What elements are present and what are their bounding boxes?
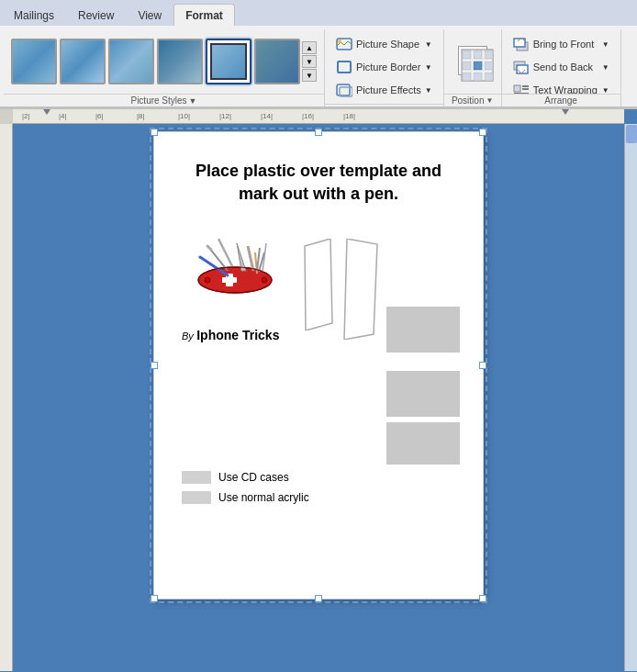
- vertical-ruler: [0, 124, 13, 671]
- ribbon: Mailings Review View Format: [0, 0, 637, 109]
- placeholder-box-large: [386, 307, 460, 353]
- swiss-knife-illustration: [182, 220, 292, 321]
- handle-mid-right[interactable]: [479, 362, 486, 369]
- position-label[interactable]: Position ▼: [444, 94, 501, 106]
- brand-text: By Iphone Tricks: [182, 328, 292, 342]
- plastic-shape-1: [303, 239, 335, 330]
- vertical-scrollbar[interactable]: [624, 124, 637, 671]
- handle-top-left[interactable]: [151, 129, 158, 136]
- thumbnail-5[interactable]: [206, 39, 251, 84]
- svg-rect-10: [463, 50, 471, 59]
- main-doc-area: Place plastic over template and mark out…: [13, 124, 624, 671]
- thumbnail-3[interactable]: [108, 39, 154, 84]
- svg-line-35: [207, 246, 211, 250]
- svg-rect-13: [463, 62, 471, 70]
- plastic-shape-2: [342, 239, 379, 340]
- svg-rect-11: [474, 50, 482, 59]
- picture-styles-label[interactable]: Picture Styles ▼: [4, 94, 324, 106]
- svg-marker-45: [344, 239, 377, 340]
- handle-top-mid[interactable]: [315, 129, 322, 136]
- ruler-indent-marker-right: [562, 109, 569, 115]
- tab-format[interactable]: Format: [173, 4, 235, 26]
- svg-rect-27: [514, 85, 520, 92]
- send-to-back-arrow: ▼: [602, 63, 609, 72]
- arrange-group: Bring to Front ▼ Send to Back ▼: [502, 29, 621, 106]
- document-area: |2| |4| |6| |8| |10| |12| |14| |16| |18|: [0, 109, 637, 671]
- picture-shape-icon: [336, 36, 352, 52]
- svg-line-37: [248, 246, 253, 271]
- picture-border-dropdown-arrow: ▼: [425, 63, 432, 72]
- document-page: Place plastic over template and mark out…: [153, 131, 484, 599]
- swiss-knife-section: By Iphone Tricks: [182, 220, 292, 342]
- handle-mid-left[interactable]: [151, 362, 158, 369]
- tab-mailings[interactable]: Mailings: [2, 4, 66, 26]
- svg-marker-44: [305, 239, 332, 330]
- picture-options-label: [325, 104, 443, 106]
- tab-review[interactable]: Review: [66, 4, 126, 26]
- svg-point-43: [262, 277, 267, 283]
- checkbox-row-1: Use CD cases: [182, 471, 455, 484]
- ruler-corner: [0, 109, 13, 124]
- thumbnail-2[interactable]: [60, 39, 106, 84]
- picture-effects-dropdown-arrow: ▼: [425, 86, 432, 95]
- send-to-back-btn[interactable]: Send to Back ▼: [509, 56, 613, 78]
- doc-container: |2| |4| |6| |8| |10| |12| |14| |16| |18|: [0, 109, 637, 671]
- right-placeholders: [386, 371, 460, 465]
- thumbnails-scroll: ▲ ▼ ▼: [302, 41, 317, 82]
- tab-view[interactable]: View: [126, 4, 173, 26]
- position-btn[interactable]: [450, 36, 496, 86]
- horizontal-ruler: |2| |4| |6| |8| |10| |12| |14| |16| |18|: [13, 109, 624, 124]
- ribbon-content: ▲ ▼ ▼ Picture Styles ▼: [0, 26, 637, 108]
- placeholder-box-2: [386, 371, 460, 417]
- handle-bottom-left[interactable]: [151, 595, 158, 602]
- picture-effects-icon: [336, 82, 352, 98]
- scrollbar-thumb[interactable]: [626, 125, 637, 143]
- ruler-indent-marker-left: [43, 109, 50, 115]
- horizontal-ruler-wrap: |2| |4| |6| |8| |10| |12| |14| |16| |18|: [13, 109, 624, 124]
- position-group: Position ▼: [444, 29, 502, 106]
- bring-to-front-arrow: ▼: [602, 40, 609, 49]
- picture-shape-btn[interactable]: Picture Shape ▼: [332, 33, 436, 55]
- svg-rect-3: [337, 84, 350, 95]
- position-icon: [458, 46, 487, 75]
- checkbox-row-2: Use normal acrylic: [182, 491, 455, 504]
- thumbnail-6[interactable]: [254, 39, 300, 84]
- svg-rect-17: [474, 73, 482, 81]
- svg-rect-33: [222, 277, 237, 283]
- svg-point-42: [205, 277, 210, 283]
- picture-border-icon: [336, 59, 352, 75]
- checkbox-section: Use CD cases Use normal acrylic: [182, 471, 455, 504]
- scroll-more-btn[interactable]: ▼: [302, 69, 317, 82]
- thumbnail-4[interactable]: [157, 39, 203, 84]
- svg-rect-2: [338, 62, 351, 73]
- svg-rect-12: [485, 50, 493, 59]
- checkbox-2: [182, 491, 211, 504]
- handle-bottom-right[interactable]: [479, 595, 486, 602]
- plastic-shapes-section: [303, 239, 379, 340]
- svg-point-1: [338, 39, 341, 43]
- picture-shape-dropdown-arrow: ▼: [425, 40, 432, 49]
- thumbnails-container: [11, 39, 300, 84]
- handle-top-right[interactable]: [479, 129, 486, 136]
- picture-border-btn[interactable]: Picture Border ▼: [332, 56, 436, 78]
- picture-styles-group: ▲ ▼ ▼ Picture Styles ▼: [4, 29, 325, 106]
- arrange-label: Arrange: [502, 94, 620, 106]
- checkbox-1: [182, 471, 211, 484]
- svg-rect-14: [474, 62, 482, 70]
- handle-bottom-mid[interactable]: [315, 595, 322, 602]
- bring-to-front-btn[interactable]: Bring to Front ▼: [509, 33, 613, 55]
- svg-rect-16: [463, 73, 471, 81]
- scroll-up-btn[interactable]: ▲: [302, 41, 317, 54]
- scroll-down-btn[interactable]: ▼: [302, 55, 317, 68]
- ribbon-tab-bar: Mailings Review View Format: [0, 0, 637, 26]
- placeholder-box-3: [386, 422, 460, 465]
- thumbnail-1[interactable]: [11, 39, 57, 84]
- svg-rect-15: [485, 62, 493, 70]
- send-to-back-icon: [513, 59, 530, 75]
- picture-options-group: Picture Shape ▼ Picture Border ▼: [325, 29, 444, 106]
- picture-effects-btn[interactable]: Picture Effects ▼: [332, 79, 436, 101]
- bring-to-front-icon: [513, 36, 530, 52]
- svg-rect-18: [485, 73, 493, 81]
- page-title: Place plastic over template and mark out…: [182, 160, 455, 206]
